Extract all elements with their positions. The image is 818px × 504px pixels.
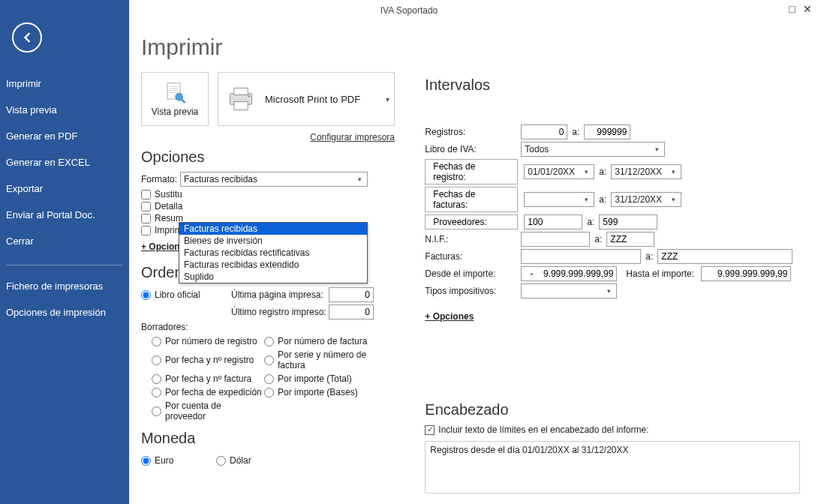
- check-incluir-texto[interactable]: ✓: [425, 425, 435, 435]
- formato-value: Facturas recibidas: [184, 174, 257, 184]
- document-preview-icon: [162, 81, 188, 106]
- nif-to-input[interactable]: [606, 232, 654, 247]
- maximize-icon[interactable]: □: [789, 3, 795, 15]
- sidebar: Imprimir Vista previa Generar en PDF Gen…: [0, 0, 129, 504]
- nav-opciones-impresion[interactable]: Opciones de impresión: [0, 299, 129, 326]
- dd-item-facturas-extendido[interactable]: Facturas recibidas extendido: [179, 259, 367, 271]
- nav-fichero-impresoras[interactable]: Fichero de impresoras: [0, 273, 129, 299]
- check-orden-inverso[interactable]: [141, 226, 151, 236]
- formato-dropdown-list[interactable]: Facturas recibidas Bienes de inversión F…: [179, 222, 368, 284]
- svg-rect-9: [234, 102, 248, 110]
- svg-rect-8: [234, 88, 248, 94]
- formato-label: Formato:: [141, 174, 180, 184]
- ultimo-registro-input[interactable]: [329, 304, 374, 320]
- fechas-facturas-from-combo[interactable]: ▾: [524, 192, 594, 207]
- nav-separator: [6, 265, 123, 266]
- chevron-down-icon: ▾: [603, 284, 615, 298]
- libro-iva-combo[interactable]: Todos▾: [521, 142, 665, 157]
- fechas-facturas-to-combo[interactable]: 31/12/20XX▾: [611, 192, 681, 207]
- chevron-down-icon: ▾: [386, 95, 389, 104]
- printer-icon: [224, 86, 257, 112]
- svg-point-5: [176, 93, 183, 100]
- nav-generar-excel[interactable]: Generar en EXCEL: [0, 149, 129, 176]
- back-button[interactable]: [12, 22, 42, 52]
- formato-combo[interactable]: Facturas recibidas ▾: [180, 172, 368, 187]
- borradores-label: Borradores:: [141, 322, 188, 332]
- nav-cerrar[interactable]: Cerrar: [0, 228, 129, 254]
- nav-generar-pdf[interactable]: Generar en PDF: [0, 123, 129, 149]
- radio-importe-bases[interactable]: [264, 388, 274, 398]
- hasta-importe-input[interactable]: [701, 266, 791, 281]
- chevron-down-icon: ▾: [667, 165, 679, 178]
- dd-item-bienes-inversion[interactable]: Bienes de inversión: [179, 235, 367, 247]
- tipos-impositivos-combo[interactable]: ▾: [521, 284, 617, 298]
- close-icon[interactable]: ✕: [803, 3, 812, 15]
- radio-fecha-expedicion[interactable]: [152, 388, 161, 398]
- dd-item-facturas-recibidas[interactable]: Facturas recibidas: [179, 223, 367, 235]
- fechas-facturas-button[interactable]: Fechas de facturas:: [425, 187, 518, 212]
- fechas-registro-button[interactable]: Fechas de registro:: [425, 159, 518, 184]
- proveedores-button[interactable]: Proveedores:: [425, 214, 518, 230]
- intervalos-heading: Intervalos: [425, 76, 806, 94]
- check-resum[interactable]: [141, 214, 151, 224]
- radio-num-registro[interactable]: [152, 337, 161, 346]
- registros-to-input[interactable]: [584, 124, 630, 140]
- radio-cuenta-proveedor[interactable]: [152, 406, 161, 416]
- check-detalla[interactable]: [141, 202, 151, 212]
- radio-dolar[interactable]: [216, 456, 226, 466]
- window-title: IVA Soportado: [380, 5, 438, 16]
- printer-select-button[interactable]: Microsoft Print to PDF ▾: [218, 72, 395, 126]
- vista-previa-label: Vista previa: [152, 106, 198, 117]
- encabezado-heading: Encabezado: [425, 401, 806, 418]
- svg-point-10: [248, 95, 251, 98]
- radio-serie-numero[interactable]: [264, 356, 274, 365]
- facturas-to-input[interactable]: [657, 249, 792, 264]
- prov-from-input[interactable]: [524, 214, 582, 230]
- nav-vista-previa[interactable]: Vista previa: [0, 97, 129, 123]
- radio-libro-oficial[interactable]: [141, 290, 151, 300]
- dd-item-facturas-rectificativas[interactable]: Facturas recibidas rectificativas: [179, 247, 367, 259]
- desde-importe-input[interactable]: [521, 266, 617, 281]
- radio-importe-total[interactable]: [264, 374, 274, 384]
- prov-to-input[interactable]: [599, 214, 657, 230]
- chevron-down-icon: ▾: [580, 165, 592, 178]
- facturas-from-input[interactable]: [521, 249, 641, 264]
- intervalos-more-link[interactable]: + Opciones: [425, 311, 474, 322]
- chevron-down-icon: ▾: [353, 172, 365, 186]
- radio-num-factura[interactable]: [264, 337, 274, 346]
- config-printer-link[interactable]: Configurar impresora: [141, 132, 395, 142]
- ultima-pagina-input[interactable]: [329, 287, 374, 302]
- opciones-heading: Opciones: [141, 148, 410, 166]
- printer-name: Microsoft Print to PDF: [265, 94, 360, 105]
- radio-fecha-registro[interactable]: [152, 356, 161, 365]
- chevron-down-icon: ▾: [667, 193, 679, 206]
- fechas-registro-from-combo[interactable]: 01/01/20XX▾: [524, 164, 594, 179]
- fechas-registro-to-combo[interactable]: 31/12/20XX▾: [611, 164, 681, 179]
- encabezado-textarea[interactable]: Registros desde el día 01/01/20XX al 31/…: [425, 441, 800, 494]
- chevron-down-icon: ▾: [580, 193, 592, 206]
- nav-exportar[interactable]: Exportar: [0, 176, 129, 202]
- radio-fecha-factura[interactable]: [152, 374, 161, 384]
- nif-from-input[interactable]: [521, 232, 590, 247]
- vista-previa-button[interactable]: Vista previa: [141, 72, 209, 126]
- dd-item-suplido[interactable]: Suplido: [179, 271, 367, 283]
- svg-line-6: [182, 100, 185, 103]
- moneda-heading: Moneda: [141, 430, 410, 447]
- nav-enviar-portal[interactable]: Enviar al Portal Doc.: [0, 202, 129, 228]
- radio-euro[interactable]: [141, 456, 151, 466]
- registros-from-input[interactable]: [521, 124, 567, 140]
- nav-imprimir[interactable]: Imprimir: [0, 70, 129, 97]
- page-title: Imprimir: [141, 34, 806, 60]
- chevron-down-icon: ▾: [651, 142, 663, 156]
- check-sustitu[interactable]: [141, 190, 151, 200]
